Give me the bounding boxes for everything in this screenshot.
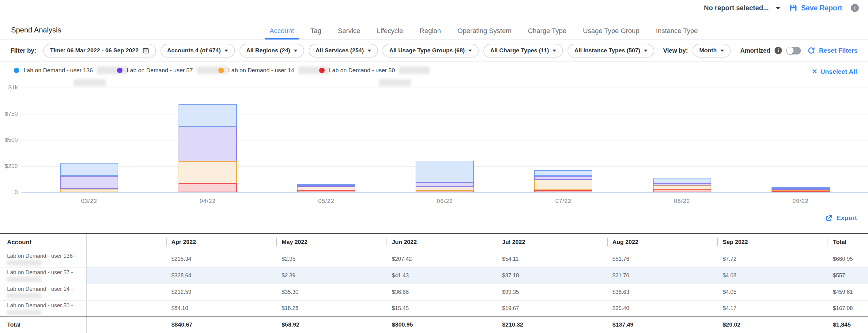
amortized-label: Amortized xyxy=(740,47,770,54)
export-button[interactable]: Export xyxy=(826,214,857,222)
x-axis-tick-label: 05/22 xyxy=(305,198,348,204)
account-cell: Lab on Demand - user 50 - xyxy=(0,300,87,317)
bar-09-22[interactable] xyxy=(772,187,830,192)
legend-item-4[interactable]: Lab on Demand - user 50 xyxy=(319,66,430,74)
bar-06-22[interactable] xyxy=(415,161,474,192)
bar-segment xyxy=(179,127,237,161)
total-value-cell: $137.49 xyxy=(607,317,717,333)
reset-filters-label: Reset Filters xyxy=(819,47,858,54)
legend-item-2[interactable]: Lab on Demand - user 57 xyxy=(117,66,227,74)
bar-segment xyxy=(534,190,592,192)
legend-item-1[interactable]: Lab on Demand - user 136 xyxy=(14,66,128,74)
amortized-toggle[interactable] xyxy=(786,47,801,55)
x-axis-tick-label: 03/22 xyxy=(68,198,111,204)
tab-region[interactable]: Region xyxy=(420,27,441,35)
tab-instance-type[interactable]: Instance Type xyxy=(656,27,698,35)
save-report-button[interactable]: Save Report xyxy=(789,4,842,12)
time-filter-pill[interactable]: Time: 06 Mar 2022 - 06 Sep 2022 xyxy=(43,44,156,58)
value-cell: $4.08 xyxy=(717,267,828,284)
bar-segment xyxy=(653,186,711,190)
unselect-all-button[interactable]: ✕ Unselect All xyxy=(812,68,857,76)
value-cell: $84.10 xyxy=(166,300,276,317)
filter-pill-all-services-254-[interactable]: All Services (254) xyxy=(309,44,378,58)
total-value-cell: $210.32 xyxy=(497,317,607,333)
gridline xyxy=(22,140,868,140)
tab-service[interactable]: Service xyxy=(338,27,360,35)
reset-filters-button[interactable]: Reset Filters xyxy=(807,46,858,55)
value-cell: $18.28 xyxy=(276,300,386,317)
table-row: Lab on Demand - user 57 -$328.64$2.39$41… xyxy=(0,267,868,284)
info-circle-icon[interactable]: i xyxy=(851,4,859,12)
tab-tag[interactable]: Tag xyxy=(311,27,321,35)
filter-pill-value: All Usage Type Groups (68) xyxy=(389,47,465,54)
bar-05-22[interactable] xyxy=(297,184,355,192)
filter-pill-all-charge-types-11-[interactable]: All Charge Types (11) xyxy=(483,44,563,58)
tab-charge-type[interactable]: Charge Type xyxy=(528,27,567,35)
value-cell: $4.17 xyxy=(717,300,828,317)
report-selector-dropdown[interactable]: No report selected... xyxy=(704,4,780,12)
row-total-cell: $167.08 xyxy=(828,300,868,317)
blank-cell xyxy=(87,317,166,333)
bar-segment xyxy=(179,104,237,127)
redacted-text xyxy=(7,293,41,298)
value-cell: $35.30 xyxy=(276,284,386,300)
bar-03-22[interactable] xyxy=(60,163,118,192)
x-axis-tick-label: 06/22 xyxy=(423,198,466,204)
bar-04-22[interactable] xyxy=(179,104,237,192)
bar-segment xyxy=(179,161,237,184)
filter-pill-accounts-4-of-674-[interactable]: Accounts 4 (of 674) xyxy=(160,44,235,58)
row-total-cell: $660.95 xyxy=(828,251,868,267)
x-axis-tick-label: 07/22 xyxy=(542,198,585,204)
info-circle-icon[interactable]: i xyxy=(775,47,782,54)
table-header-row: Account Apr 2022 May 2022 Jun 2022 Jul 2… xyxy=(0,234,868,251)
y-axis-tick-label: 0 xyxy=(0,189,18,196)
value-cell: $37.18 xyxy=(497,267,607,284)
view-by-dropdown[interactable]: Month xyxy=(692,44,731,58)
bar-segment xyxy=(653,178,711,183)
bar-segment xyxy=(297,190,355,192)
gridline xyxy=(22,192,868,193)
value-cell: $15.45 xyxy=(386,300,497,317)
bar-segment xyxy=(653,183,711,186)
chart-legend: ✕ Unselect All Lab on Demand - user 136L… xyxy=(0,63,868,87)
tab-operating-system[interactable]: Operating System xyxy=(458,27,512,35)
filter-pill-all-regions-24-[interactable]: All Regions (24) xyxy=(240,44,305,58)
tab-lifecycle[interactable]: Lifecycle xyxy=(377,27,403,35)
bar-segment xyxy=(60,163,118,176)
export-label: Export xyxy=(836,214,857,222)
grand-total-cell: $1,845 xyxy=(828,317,868,333)
tab-usage-type-group[interactable]: Usage Type Group xyxy=(583,27,639,35)
legend-dot-icon xyxy=(319,68,325,73)
redacted-text xyxy=(73,79,106,86)
total-value-cell: $20.02 xyxy=(717,317,828,333)
view-by-label: View by: xyxy=(663,47,688,54)
legend-label: Lab on Demand - user 14 xyxy=(228,67,294,74)
table-total-row: Total$840.67$58.92$300.95$210.32$137.49$… xyxy=(0,317,868,333)
value-cell: $54.11 xyxy=(497,251,607,267)
y-axis-tick-label: $750 xyxy=(0,110,18,117)
legend-item-3[interactable]: Lab on Demand - user 14 xyxy=(218,66,329,74)
legend-label: Lab on Demand - user 50 xyxy=(329,67,395,74)
x-axis-tick-label: 04/22 xyxy=(186,198,229,204)
redacted-text xyxy=(7,277,41,282)
total-value-cell: $300.95 xyxy=(386,317,497,333)
value-cell: $36.66 xyxy=(386,284,497,300)
bar-segment xyxy=(297,187,355,190)
redacted-text xyxy=(7,260,41,265)
bar-07-22[interactable] xyxy=(534,170,592,192)
filter-pill-all-usage-type-groups-68-[interactable]: All Usage Type Groups (68) xyxy=(382,44,479,58)
filter-bar: Filter by: Time: 06 Mar 2022 - 06 Sep 20… xyxy=(0,40,868,62)
bar-segment xyxy=(534,170,592,176)
spend-table: Account Apr 2022 May 2022 Jun 2022 Jul 2… xyxy=(0,233,868,333)
toggle-knob xyxy=(786,47,794,54)
filter-pill-value: All Services (254) xyxy=(315,47,364,54)
table-row: Lab on Demand - user 14 -$212.59$35.30$3… xyxy=(0,284,868,300)
gridline xyxy=(22,88,868,88)
tab-account[interactable]: Account xyxy=(270,27,294,35)
row-total-cell: $459.61 xyxy=(828,284,868,300)
account-cell: Lab on Demand - user 136 - xyxy=(0,251,87,267)
value-cell: $25.40 xyxy=(607,300,717,317)
x-axis-tick-label: 08/22 xyxy=(661,198,704,204)
filter-pill-all-instance-types-507-[interactable]: All Instance Types (507) xyxy=(567,44,654,58)
bar-08-22[interactable] xyxy=(653,178,711,192)
